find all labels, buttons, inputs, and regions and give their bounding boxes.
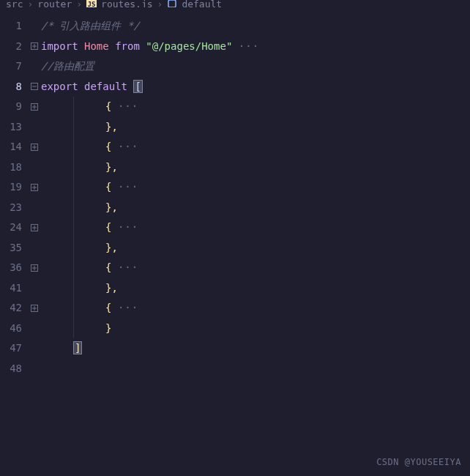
fold-ellipsis: ··· [118, 221, 138, 233]
line-number: 13 [0, 117, 22, 138]
svg-rect-2 [168, 0, 176, 7]
fold-ellipsis: ··· [118, 302, 138, 313]
brace: { [105, 100, 111, 112]
fold-expand-icon[interactable] [28, 137, 41, 157]
line-number: 24 [0, 217, 22, 238]
comment-text: /* 引入路由组件 */ [41, 20, 140, 31]
code-line[interactable]: { ··· [41, 137, 470, 157]
fold-ellipsis: ··· [118, 100, 138, 112]
breadcrumb-seg[interactable]: default [182, 0, 222, 7]
indent-guide [73, 97, 74, 117]
code-line[interactable]: { ··· [41, 217, 470, 238]
brace: }, [105, 161, 118, 173]
brace: }, [105, 242, 118, 253]
fold-empty [28, 56, 41, 77]
fold-empty [28, 117, 41, 138]
keyword: export [41, 81, 78, 92]
breadcrumb-seg[interactable]: src [6, 0, 23, 7]
code-line[interactable]: { ··· [41, 258, 470, 278]
line-number: 14 [0, 137, 22, 157]
line-number-gutter: 1 2 7 8 9 13 14 18 19 23 24 35 36 41 42 … [0, 7, 28, 476]
fold-collapse-icon[interactable] [28, 77, 41, 97]
line-number: 19 [0, 177, 22, 198]
fold-ellipsis: ··· [239, 40, 259, 52]
code-line[interactable]: import Home from "@/pages/Home" ··· [41, 37, 470, 57]
breadcrumb-seg[interactable]: routes.js [101, 0, 152, 7]
code-line[interactable]: }, [41, 198, 470, 218]
code-line[interactable]: } [41, 319, 470, 339]
code-line[interactable]: //路由配置 [41, 56, 470, 77]
keyword: from [115, 40, 140, 52]
brace: { [105, 221, 111, 233]
indent-guide [73, 137, 74, 157]
brace: { [105, 141, 111, 152]
bracket: [ [133, 80, 142, 93]
breadcrumb-sep: › [76, 0, 82, 7]
fold-gutter [28, 7, 41, 476]
fold-ellipsis: ··· [118, 261, 138, 273]
indent-guide [73, 319, 74, 339]
svg-text:JS: JS [88, 1, 96, 7]
code-line[interactable]: }, [41, 157, 470, 178]
indent-guide [73, 217, 74, 238]
breadcrumb-seg[interactable]: router [37, 0, 72, 7]
breadcrumb: src › router › JS routes.js › default [0, 0, 470, 7]
bracket: ] [73, 341, 82, 354]
fold-expand-icon[interactable] [28, 258, 41, 278]
identifier: Home [84, 40, 109, 52]
code-line[interactable]: }, [41, 117, 470, 138]
line-number: 42 [0, 298, 22, 319]
code-editor[interactable]: 1 2 7 8 9 13 14 18 19 23 24 35 36 41 42 … [0, 7, 470, 476]
indent-guide [73, 298, 74, 319]
line-number: 23 [0, 198, 22, 218]
line-number: 41 [0, 278, 22, 299]
line-number: 9 [0, 97, 22, 117]
code-line[interactable]: { ··· [41, 177, 470, 198]
indent-guide [73, 117, 74, 138]
fold-expand-icon[interactable] [28, 298, 41, 319]
code-line[interactable]: export default [ [41, 77, 470, 97]
code-line[interactable]: { ··· [41, 298, 470, 319]
code-line[interactable]: /* 引入路由组件 */ [41, 16, 470, 37]
line-number: 8 [0, 77, 22, 97]
fold-expand-icon[interactable] [28, 177, 41, 198]
fold-expand-icon[interactable] [28, 37, 41, 57]
brace: { [105, 261, 111, 273]
fold-ellipsis: ··· [118, 181, 138, 193]
keyword: default [84, 81, 127, 92]
indent-guide [73, 177, 74, 198]
brace: }, [105, 282, 118, 294]
code-line[interactable]: { ··· [41, 97, 470, 117]
keyword: import [41, 40, 78, 52]
fold-empty [28, 198, 41, 218]
brace: { [105, 302, 111, 313]
breadcrumb-sep: › [157, 0, 163, 7]
line-number: 18 [0, 157, 22, 178]
fold-empty [28, 238, 41, 259]
fold-expand-icon[interactable] [28, 217, 41, 238]
code-line[interactable]: }, [41, 278, 470, 299]
brace: }, [105, 201, 118, 213]
code-line[interactable]: }, [41, 238, 470, 259]
indent-guide [73, 278, 74, 299]
js-file-icon: JS [86, 0, 97, 7]
code-line[interactable] [41, 359, 470, 379]
fold-empty [28, 157, 41, 178]
fold-empty [28, 278, 41, 299]
brace: { [105, 181, 111, 193]
brace: } [105, 322, 111, 334]
fold-expand-icon[interactable] [28, 97, 41, 117]
line-number: 48 [0, 359, 22, 379]
code-line[interactable]: ] [41, 338, 470, 359]
string-literal: "@/pages/Home" [146, 40, 232, 52]
line-number: 46 [0, 319, 22, 339]
comment-text: //路由配置 [41, 60, 94, 72]
line-number: 7 [0, 56, 22, 77]
fold-ellipsis: ··· [118, 141, 138, 152]
indent-guide [73, 238, 74, 259]
code-area[interactable]: /* 引入路由组件 */ import Home from "@/pages/H… [41, 7, 470, 476]
breadcrumb-sep: › [27, 0, 33, 7]
fold-empty [28, 16, 41, 37]
brace: }, [105, 121, 118, 133]
line-number: 35 [0, 238, 22, 259]
